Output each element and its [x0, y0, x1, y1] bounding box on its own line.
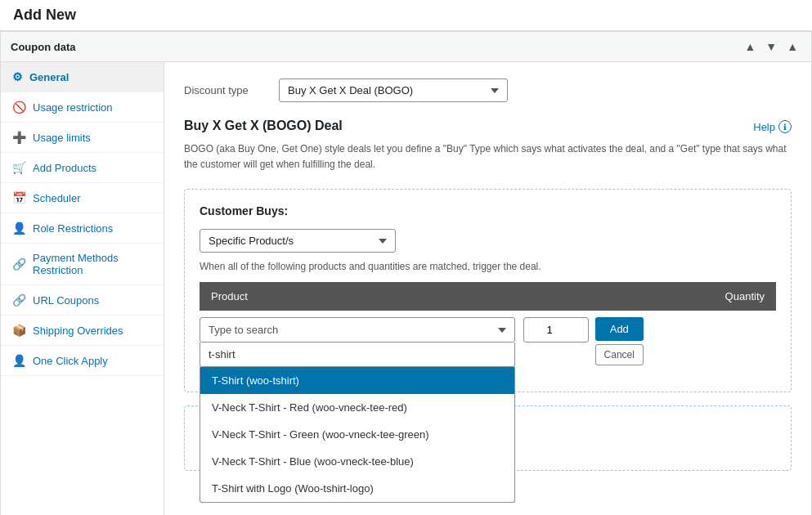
- quantity-input[interactable]: [523, 317, 589, 343]
- dropdown-item-tshirt-logo[interactable]: T-Shirt with Logo (Woo-tshirt-logo): [200, 475, 514, 502]
- sidebar-item-one-click-apply[interactable]: 👤 One Click Apply: [1, 346, 164, 376]
- usage-limits-icon: ➕: [12, 131, 26, 144]
- sidebar-item-scheduler[interactable]: 📅 Scheduler: [1, 183, 164, 213]
- sidebar-item-usage-restriction-label: Usage restriction: [33, 101, 113, 114]
- sidebar-item-general-label: General: [29, 71, 69, 83]
- type-to-search-display[interactable]: Type to search: [200, 317, 515, 343]
- general-icon: ⚙: [12, 70, 23, 83]
- discount-type-select[interactable]: Buy X Get X Deal (BOGO) Percentage disco…: [279, 78, 508, 102]
- sidebar: ⚙ General 🚫 Usage restriction ➕ Usage li…: [1, 62, 164, 515]
- usage-restriction-icon: 🚫: [12, 101, 26, 114]
- url-coupons-icon: 🔗: [12, 293, 26, 307]
- panel-controls: ▲ ▼ ▲: [741, 38, 801, 55]
- search-input[interactable]: [200, 343, 515, 367]
- role-restrictions-icon: 👤: [12, 222, 26, 235]
- dropdown-item-tshirt[interactable]: T-Shirt (woo-tshirt): [200, 367, 514, 394]
- sidebar-item-scheduler-label: Scheduler: [33, 192, 81, 204]
- cancel-button[interactable]: Cancel: [595, 344, 644, 365]
- search-cell: Type to search T-Shirt (woo-tshirt) V-Ne…: [200, 311, 515, 367]
- help-label: Help: [753, 121, 775, 133]
- main-content: Discount type Buy X Get X Deal (BOGO) Pe…: [164, 62, 811, 515]
- panel-expand-button[interactable]: ▲: [783, 38, 801, 55]
- sidebar-item-usage-limits-label: Usage limits: [33, 132, 91, 144]
- coupon-panel: Coupon data ▲ ▼ ▲ ⚙ General 🚫 Usage rest…: [0, 31, 812, 515]
- sidebar-item-shipping-overrides[interactable]: 📦 Shipping Overrides: [1, 316, 164, 346]
- table-header-row: Product Quantity: [200, 282, 776, 311]
- sidebar-item-general[interactable]: ⚙ General: [1, 62, 164, 92]
- sidebar-item-add-products-label: Add Products: [33, 162, 96, 174]
- panel-down-button[interactable]: ▼: [762, 38, 780, 55]
- dropdown-item-vneck-red[interactable]: V-Neck T-Shirt - Red (woo-vneck-tee-red): [200, 394, 514, 421]
- shipping-overrides-icon: 📦: [12, 324, 26, 337]
- col-product-header: Product: [200, 282, 515, 311]
- trigger-text: When all of the following products and q…: [200, 261, 776, 272]
- sidebar-item-usage-restriction[interactable]: 🚫 Usage restriction: [1, 92, 164, 123]
- sidebar-item-payment-methods-label: Payment Methods Restriction: [33, 252, 152, 276]
- panel-up-button[interactable]: ▲: [741, 38, 759, 55]
- one-click-apply-icon: 👤: [12, 354, 26, 367]
- coupon-panel-title: Coupon data: [11, 41, 75, 53]
- customer-buys-title: Customer Buys:: [200, 204, 776, 217]
- add-button[interactable]: Add: [595, 317, 644, 341]
- sidebar-item-role-restrictions-label: Role Restrictions: [33, 222, 113, 235]
- sidebar-item-add-products[interactable]: 🛒 Add Products: [1, 153, 164, 183]
- product-table: Product Quantity Type to search: [200, 282, 776, 367]
- specific-products-select[interactable]: Specific Product/s Specific Categories A…: [200, 229, 396, 253]
- sidebar-item-role-restrictions[interactable]: 👤 Role Restrictions: [1, 213, 164, 244]
- help-link[interactable]: Help ℹ: [753, 120, 792, 133]
- page-header: Add New: [0, 0, 812, 31]
- sidebar-item-usage-limits[interactable]: ➕ Usage limits: [1, 123, 164, 153]
- panel-body: ⚙ General 🚫 Usage restriction ➕ Usage li…: [1, 62, 811, 515]
- page-title: Add New: [13, 7, 76, 23]
- bogo-header: Help ℹ Buy X Get X (BOGO) Deal: [184, 119, 792, 133]
- dropdown-item-vneck-blue[interactable]: V-Neck T-Shirt - Blue (woo-vneck-tee-blu…: [200, 448, 514, 475]
- search-placeholder-text: Type to search: [209, 324, 278, 336]
- add-cancel-group: Add Cancel: [595, 317, 644, 365]
- add-products-icon: 🛒: [12, 161, 26, 174]
- sidebar-item-url-coupons-label: URL Coupons: [33, 294, 99, 307]
- sidebar-item-url-coupons[interactable]: 🔗 URL Coupons: [1, 285, 164, 316]
- dropdown-list: T-Shirt (woo-tshirt) V-Neck T-Shirt - Re…: [200, 367, 515, 503]
- table-search-row: Type to search T-Shirt (woo-tshirt) V-Ne…: [200, 311, 776, 367]
- bogo-title: Buy X Get X (BOGO) Deal: [184, 119, 792, 133]
- sidebar-item-shipping-overrides-label: Shipping Overrides: [33, 325, 123, 337]
- discount-type-label: Discount type: [184, 84, 266, 96]
- quantity-actions-cell: Add Cancel: [515, 311, 776, 365]
- search-wrapper: Type to search T-Shirt (woo-tshirt) V-Ne…: [200, 317, 515, 367]
- scheduler-icon: 📅: [12, 191, 26, 204]
- sidebar-item-one-click-apply-label: One Click Apply: [33, 355, 108, 367]
- payment-methods-icon: 🔗: [12, 258, 26, 271]
- sidebar-item-payment-methods[interactable]: 🔗 Payment Methods Restriction: [1, 244, 164, 285]
- discount-type-row: Discount type Buy X Get X Deal (BOGO) Pe…: [184, 78, 792, 102]
- info-icon: ℹ: [778, 120, 792, 133]
- customer-buys-box: Customer Buys: Specific Product/s Specif…: [184, 189, 792, 392]
- coupon-panel-header: Coupon data ▲ ▼ ▲: [1, 32, 811, 62]
- dropdown-item-vneck-green[interactable]: V-Neck T-Shirt - Green (woo-vneck-tee-gr…: [200, 421, 514, 448]
- bogo-desc: BOGO (aka Buy One, Get One) style deals …: [184, 141, 792, 172]
- col-quantity-header: Quantity: [515, 282, 776, 311]
